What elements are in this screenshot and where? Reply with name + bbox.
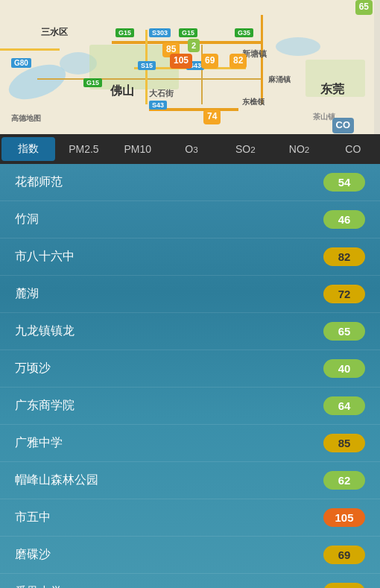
aqi-badge: 46 xyxy=(323,210,365,229)
aqi-badge: 62 xyxy=(323,471,365,490)
aqi-badge: 65 xyxy=(323,322,365,341)
aqi-badge: 82 xyxy=(323,247,365,266)
list-item[interactable]: 广东商学院 64 xyxy=(0,388,380,425)
aqi-badge: 85 xyxy=(323,434,365,452)
tab-no2[interactable]: NO2 xyxy=(272,134,326,164)
aqi-badge: 72 xyxy=(323,285,365,303)
tab-pm10[interactable]: PM10 xyxy=(111,134,165,164)
tab-index[interactable]: 指数 xyxy=(1,137,55,161)
list-item[interactable]: 九龙镇镇龙 65 xyxy=(0,313,380,350)
aqi-badge: 74 xyxy=(323,583,365,588)
aqi-badge: 69 xyxy=(323,546,365,564)
list-item[interactable]: 市八十六中 82 xyxy=(0,238,380,276)
aqi-badge: 105 xyxy=(323,508,365,527)
station-list: 花都师范 54 竹洞 46 市八十六中 82 麓湖 72 九龙镇镇龙 65 万顷… xyxy=(0,164,380,588)
list-item[interactable]: 麓湖 72 xyxy=(0,276,380,313)
list-item[interactable]: 番禺中学 74 xyxy=(0,574,380,588)
aqi-badge: 64 xyxy=(323,396,365,415)
map-container: G15 G15 G35 S303 S15 S43 S43 G15 三水区 G80… xyxy=(0,0,380,134)
tab-co[interactable]: CO xyxy=(326,134,380,164)
list-item[interactable]: 万顷沙 40 xyxy=(0,350,380,388)
tab-pm25[interactable]: PM2.5 xyxy=(57,134,110,164)
list-item[interactable]: 广雅中学 85 xyxy=(0,425,380,462)
tab-bar: 指数 PM2.5 PM10 O3 SO2 NO2 CO xyxy=(0,134,380,164)
list-item[interactable]: 市五中 105 xyxy=(0,499,380,537)
tab-o3[interactable]: O3 xyxy=(165,134,218,164)
aqi-badge: 40 xyxy=(323,359,365,378)
list-item[interactable]: 花都师范 54 xyxy=(0,164,380,201)
list-item[interactable]: 磨碟沙 69 xyxy=(0,537,380,574)
tab-so2[interactable]: SO2 xyxy=(218,134,272,164)
aqi-badge: 54 xyxy=(323,173,365,192)
list-item[interactable]: 帽峰山森林公园 62 xyxy=(0,462,380,499)
list-item[interactable]: 竹洞 46 xyxy=(0,201,380,238)
